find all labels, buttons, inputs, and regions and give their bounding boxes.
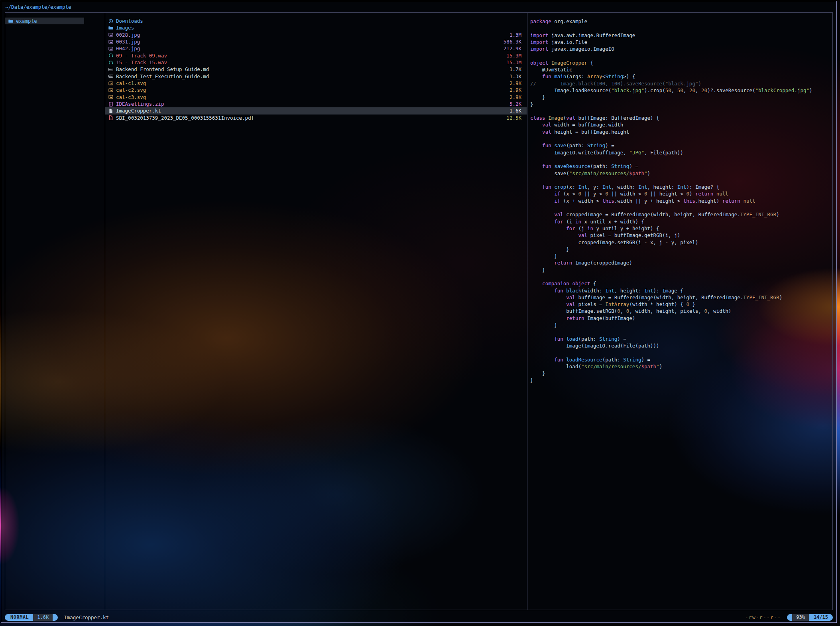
code-line: val height = buffImage.height — [530, 128, 832, 135]
file-name: Downloads — [116, 18, 143, 24]
file-row[interactable]: Downloads — [105, 18, 527, 24]
pill-cap — [53, 614, 58, 621]
code-line: load("src/main/resources/$path") — [530, 363, 832, 370]
file-row[interactable]: 09 - Track 09.wav15.3M — [105, 52, 527, 59]
code-line: companion object { — [530, 280, 832, 287]
code-line: save("src/main/resources/$path") — [530, 170, 832, 177]
code-line: fun load(path: String) = — [530, 336, 832, 342]
status-bar: NORMAL 1.6K ImageCropper.kt -rw-r--r-- 9… — [5, 613, 833, 621]
file-name: Backend_Test_Execution_Guide.md — [116, 73, 209, 79]
code-line: import java.io.File — [530, 39, 832, 45]
code-line: @JvmStatic — [530, 66, 832, 73]
file-name: cal-c1.svg — [116, 80, 146, 86]
code-line: fun main(args: Array<String>) { — [530, 73, 832, 80]
code-line: } — [530, 267, 832, 273]
file-row[interactable]: cal-c2.svg2.9K — [105, 87, 527, 93]
file-icon — [108, 109, 113, 113]
list-position: 14/15 — [809, 614, 833, 621]
code-line: if (x + width > this.width || y + height… — [530, 197, 832, 204]
code-line: } — [530, 377, 832, 383]
file-row[interactable]: 0028.jpg1.3M — [105, 32, 527, 38]
file-size: 15.3M — [506, 59, 521, 65]
file-name: cal-c3.svg — [116, 94, 146, 100]
code-line: fun crop(x: Int, y: Int, width: Int, hei… — [530, 184, 832, 190]
file-size: 1.6K — [510, 108, 521, 114]
file-row[interactable]: 0031.jpg586.3K — [105, 38, 527, 45]
file-row[interactable]: Backend_Frontend_Setup_Guide.md1.7K — [105, 66, 527, 73]
markdown-icon — [108, 74, 113, 79]
image-icon — [108, 46, 113, 51]
file-name: 09 - Track 09.wav — [116, 53, 167, 59]
pill-cap — [787, 614, 792, 621]
audio-icon — [108, 60, 113, 65]
image-icon — [108, 81, 113, 86]
code-line: buffImage.setRGB(0, 0, width, height, pi… — [530, 308, 832, 314]
file-size: 2.9K — [510, 87, 521, 93]
file-row[interactable]: 0042.jpg212.9K — [105, 45, 527, 52]
file-size: 12.5K — [506, 115, 521, 121]
code-line: import java.awt.image.BufferedImage — [530, 32, 832, 39]
archive-icon — [108, 102, 113, 107]
code-line: val pixels = IntArray(width * height) { … — [530, 301, 832, 308]
code-line: if (x < 0 || y < 0 || width < 0 || heigh… — [530, 190, 832, 197]
image-icon — [108, 32, 113, 37]
code-line: val width = buffImage.width — [530, 121, 832, 128]
code-line: val croppedImage = BufferedImage(width, … — [530, 211, 832, 218]
file-row[interactable]: 15 - Track 15.wav15.3M — [105, 59, 527, 66]
code-line: import javax.imageio.ImageIO — [530, 45, 832, 52]
code-line: for (j in y until y + height) { — [530, 225, 832, 232]
file-size: 586.3K — [504, 39, 521, 45]
parent-dir-row[interactable]: example — [5, 18, 84, 24]
file-row[interactable]: SBI_0032013739_2023_DE05_0003155631Invoi… — [105, 115, 527, 121]
code-line — [530, 156, 832, 163]
file-name: 0042.jpg — [116, 45, 140, 51]
current-path: ~/Data/example/example — [5, 4, 71, 10]
file-permissions: -rw-r--r-- — [745, 614, 781, 620]
pdf-icon — [108, 115, 113, 120]
file-size: 1.3K — [510, 73, 521, 79]
file-name: cal-c2.svg — [116, 87, 146, 93]
code-line: package org.example — [530, 18, 832, 25]
code-line: Image.loadResource("black.jpg").crop(50,… — [530, 87, 832, 94]
parent-pane: example — [5, 18, 84, 24]
code-line: class Image(val buffImage: BufferedImage… — [530, 115, 832, 121]
code-line: val buffImage = BufferedImage(width, hei… — [530, 294, 832, 301]
code-line: } — [530, 322, 832, 328]
file-name: 0031.jpg — [116, 39, 140, 45]
code-line: for (i in x until x + width) { — [530, 218, 832, 225]
code-line: fun saveResource(path: String) = — [530, 163, 832, 170]
image-icon — [108, 95, 113, 99]
file-row[interactable]: IDEAsettings.zip5.2K — [105, 101, 527, 107]
file-row[interactable]: cal-c3.svg2.9K — [105, 94, 527, 101]
file-row[interactable]: cal-c1.svg2.9K — [105, 80, 527, 87]
file-row[interactable]: ImageCropper.kt1.6K — [105, 107, 527, 114]
file-name: SBI_0032013739_2023_DE05_0003155631Invoi… — [116, 115, 254, 121]
download-folder-icon — [108, 19, 113, 24]
mode-badge: NORMAL — [5, 614, 33, 621]
code-line — [530, 108, 832, 115]
file-size-badge: 1.6K — [33, 614, 53, 621]
tab-bar: ~/Data/example/example — [5, 3, 71, 11]
file-name: ImageCropper.kt — [116, 108, 161, 114]
code-line: croppedImage.setRGB(i - x, j - y, pixel) — [530, 239, 832, 246]
file-size: 2.9K — [510, 80, 521, 86]
code-line — [530, 52, 832, 59]
file-name: example — [16, 18, 37, 24]
file-size: 212.9K — [504, 45, 521, 51]
code-line: } — [530, 370, 832, 377]
file-row[interactable]: Images — [105, 24, 527, 31]
preview-pane: package org.example import java.awt.imag… — [530, 18, 832, 384]
code-line: } — [530, 94, 832, 101]
code-line: // Image.black(100, 100).saveResource("b… — [530, 80, 832, 87]
code-line — [530, 25, 832, 32]
file-size: 15.3M — [506, 53, 521, 59]
file-name: IDEAsettings.zip — [116, 101, 164, 107]
file-size: 1.7K — [510, 66, 521, 72]
file-size: 2.9K — [510, 94, 521, 100]
pane-separator-right — [527, 13, 527, 610]
code-line: } — [530, 246, 832, 253]
code-line — [530, 349, 832, 356]
file-row[interactable]: Backend_Test_Execution_Guide.md1.3K — [105, 73, 527, 80]
code-line: fun black(width: Int, height: Int): Imag… — [530, 287, 832, 294]
code-line: object ImageCropper { — [530, 59, 832, 66]
